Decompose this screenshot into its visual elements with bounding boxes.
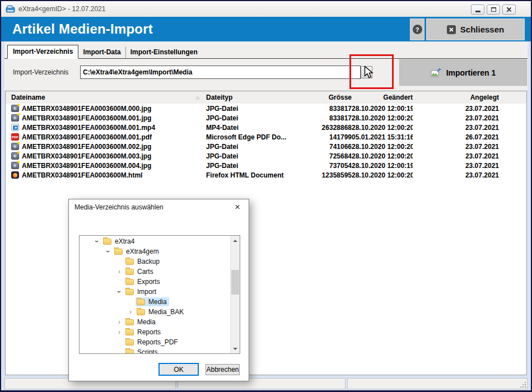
chevron-icon[interactable] [114, 287, 124, 297]
tree-item-label: Scripts [137, 348, 158, 354]
column-header-dateityp[interactable]: Dateityp [203, 91, 302, 104]
help-button[interactable]: ? [410, 18, 424, 40]
folder-icon [125, 339, 134, 346]
file-type-icon [11, 171, 19, 179]
tree-item-label: Exports [137, 278, 160, 286]
minimize-button[interactable] [471, 4, 484, 15]
chevron-icon[interactable] [92, 236, 102, 246]
tabs: Import-Verzeichnis Import-Data Import-Ei… [4, 41, 528, 58]
file-type: JPG-Datei [203, 104, 302, 113]
app-icon [6, 5, 15, 13]
tree-item[interactable]: eXtra4gem [80, 246, 230, 256]
dialog-titlebar: Media-Verzeichnis auswählen [69, 199, 249, 215]
import-directory-input[interactable] [80, 66, 361, 79]
table-row[interactable]: AMETBRX0348901FEA0003600M.html Firefox H… [6, 170, 526, 180]
file-name: AMETBRX0348901FEA0003600M.001.pdf [22, 133, 152, 141]
file-type: JPG-Datei [203, 113, 302, 123]
folder-icon [125, 319, 134, 325]
dialog-close-button[interactable]: × [226, 199, 249, 215]
file-size: 141799 [302, 132, 352, 142]
file-created: 23.07.2021 [413, 151, 499, 161]
folder-icon [137, 309, 145, 315]
tree-item[interactable]: Media [80, 317, 230, 327]
table-row[interactable]: AMETBRX0348901FEA0003600M.003.jpg JPG-Da… [6, 151, 526, 161]
chevron-icon[interactable] [114, 267, 124, 277]
file-type: JPG-Datei [203, 142, 302, 151]
chevron-icon[interactable] [103, 246, 113, 256]
sort-ascending-icon [195, 95, 200, 100]
tree-item[interactable]: Import [80, 287, 230, 297]
file-size: 737054 [302, 161, 352, 170]
tree-item[interactable]: Media [80, 297, 230, 307]
tree-item[interactable]: Reports_PDF [80, 337, 230, 347]
chevron-icon[interactable] [114, 327, 124, 337]
file-created: 26.07.2021 [413, 132, 499, 142]
tree-item-label: eXtra4gem [126, 248, 159, 255]
scroll-up-icon[interactable] [231, 236, 240, 245]
file-type: JPG-Datei [203, 161, 302, 170]
scroll-down-icon[interactable] [231, 344, 240, 353]
tree-item[interactable]: eXtra4 [80, 236, 230, 246]
file-name: AMETBRX0348901FEA0003600M.004.jpg [22, 162, 151, 170]
tree-item[interactable]: Reports [80, 327, 230, 337]
maximize-icon [491, 7, 496, 12]
tree-item-label: Reports [137, 328, 161, 336]
folder-icon [125, 329, 134, 335]
close-x-icon [447, 25, 456, 34]
file-name: AMETBRX0348901FEA0003600M.001.jpg [22, 114, 151, 122]
tab[interactable]: Import-Data [78, 46, 125, 58]
ok-button[interactable]: OK [158, 363, 199, 376]
file-type-icon [11, 114, 19, 122]
file-size: 725684 [302, 151, 352, 161]
table-row[interactable]: AMETBRX0348901FEA0003600M.000.jpg JPG-Da… [6, 104, 526, 113]
chevron-icon[interactable] [125, 307, 136, 317]
file-modified: 28.10.2020 12:00:20 [352, 151, 413, 161]
file-name: AMETBRX0348901FEA0003600M.html [22, 171, 142, 179]
tab[interactable]: Import-Verzeichnis [7, 45, 78, 59]
maximize-button[interactable] [487, 4, 500, 15]
import-image-icon [431, 68, 442, 78]
dialog-close-icon: × [235, 202, 240, 213]
table-row[interactable]: AMETBRX0348901FEA0003600M.001.jpg JPG-Da… [6, 113, 526, 123]
file-name: AMETBRX0348901FEA0003600M.000.jpg [22, 105, 151, 113]
cancel-button[interactable]: Abbrechen [206, 364, 240, 375]
file-type: Firefox HTML Document [203, 170, 302, 180]
tree-item-label: Backup [137, 258, 160, 265]
minimize-icon [475, 11, 480, 12]
file-modified: 28.10.2020 12:00:19 [352, 104, 413, 113]
mouse-cursor [364, 66, 374, 79]
file-modified: 28.10.2020 12:00:20 [352, 113, 413, 123]
resize-grip[interactable] [520, 381, 526, 388]
folder-icon [137, 299, 145, 305]
file-name: AMETBRX0348901FEA0003600M.002.jpg [22, 143, 151, 151]
close-button[interactable] [502, 4, 516, 15]
tree-item[interactable]: Media_BAK [80, 307, 230, 317]
tab[interactable]: Import-Einstellungen [125, 46, 202, 58]
tree-item[interactable]: Scripts [80, 347, 230, 354]
status-pane-3 [347, 378, 528, 389]
tree-item[interactable]: Carts [80, 267, 230, 277]
file-size: 833817 [302, 113, 352, 123]
folder-icon [125, 269, 134, 275]
file-type-icon [11, 133, 19, 141]
table-row[interactable]: AMETBRX0348901FEA0003600M.001.pdf Micros… [6, 132, 526, 142]
column-header-dateiname[interactable]: Dateiname [6, 91, 203, 104]
file-type-icon [11, 162, 19, 169]
column-header-geaendert[interactable]: Geändert [352, 91, 413, 104]
scrollbar-thumb[interactable] [231, 270, 239, 295]
table-row[interactable]: AMETBRX0348901FEA0003600M.001.mp4 MP4-Da… [6, 123, 526, 132]
table-row[interactable]: AMETBRX0348901FEA0003600M.002.jpg JPG-Da… [6, 142, 526, 151]
chevron-icon[interactable] [114, 317, 124, 327]
schliessen-button[interactable]: Schliessen [426, 18, 525, 40]
column-header-angelegt[interactable]: Angelegt [413, 91, 499, 104]
tree-scrollbar[interactable] [230, 236, 240, 353]
tree-item[interactable]: Exports [80, 277, 230, 287]
file-created: 23.07.2021 [413, 142, 499, 151]
folder-icon [103, 239, 111, 245]
column-header-groesse[interactable]: Grösse [302, 91, 352, 104]
tree-item[interactable]: Backup [80, 256, 230, 267]
import-button[interactable]: Importieren 1 [399, 59, 527, 86]
table-row[interactable]: AMETBRX0348901FEA0003600M.004.jpg JPG-Da… [6, 161, 526, 170]
file-size: 833817 [302, 104, 352, 113]
file-table: Dateiname Dateityp Grösse Geändert Angel… [6, 91, 526, 180]
